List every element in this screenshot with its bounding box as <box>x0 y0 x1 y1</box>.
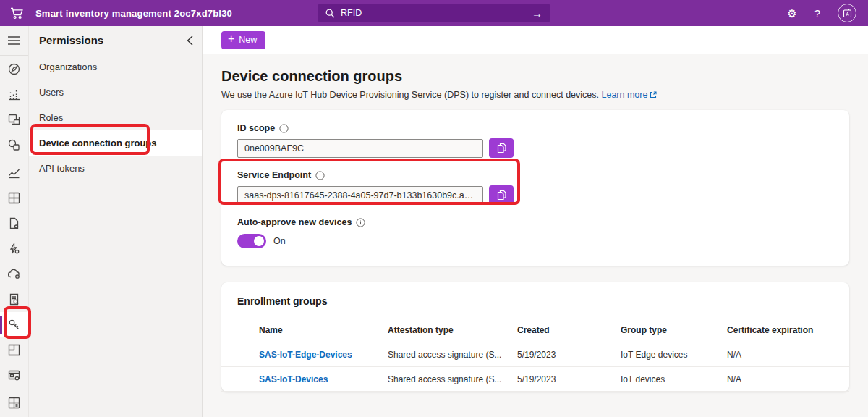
search-input[interactable]: RFID → <box>318 4 550 22</box>
copy-id-scope-button[interactable] <box>489 138 514 158</box>
service-endpoint-label: Service Endpoint <box>237 170 833 180</box>
pane-item-users[interactable]: Users <box>29 80 202 105</box>
sidebar-item-analytics[interactable] <box>0 160 28 185</box>
main-content: + New Device connection groups We use th… <box>203 26 868 417</box>
cloud-export-icon <box>8 269 21 279</box>
service-endpoint-input[interactable] <box>237 186 483 205</box>
pane-title: Permissions <box>39 34 103 46</box>
edit-layout-icon <box>8 344 20 356</box>
pane-item-device-connection-groups[interactable]: Device connection groups <box>29 130 202 156</box>
search-icon <box>326 9 335 18</box>
learn-more-link[interactable]: Learn more <box>602 90 658 100</box>
page-title: Device connection groups <box>221 68 849 85</box>
sidebar-item-overview[interactable] <box>0 56 28 82</box>
copy-icon <box>497 190 506 201</box>
customize-grid-icon <box>8 397 20 409</box>
sidebar-item-data-explorer[interactable] <box>0 82 28 107</box>
pane-item-api-tokens[interactable]: API tokens <box>29 156 202 181</box>
avatar[interactable] <box>838 4 856 22</box>
search-submit-arrow-icon[interactable]: → <box>532 7 542 20</box>
table-row[interactable]: SAS-IoT-Edge-Devices Shared access signa… <box>221 342 849 367</box>
enrollment-groups-table: Name Attestation type Created Group type… <box>221 318 849 392</box>
id-scope-label: ID scope <box>237 123 833 133</box>
external-link-icon <box>650 90 657 101</box>
collapse-pane-button[interactable] <box>187 35 193 46</box>
sidebar-item-device-templates[interactable] <box>0 132 28 158</box>
sidebar-item-jobs[interactable] <box>0 211 28 236</box>
enrollment-groups-title: Enrollment groups <box>221 295 849 307</box>
column-header-cert-expiration[interactable]: Certificate expiration <box>727 325 849 335</box>
bar-chart-icon <box>8 88 20 101</box>
table-row[interactable]: SAS-IoT-Devices Shared access signature … <box>221 367 849 392</box>
column-header-name[interactable]: Name <box>259 325 388 335</box>
pane-item-roles[interactable]: Roles <box>29 105 202 130</box>
compass-icon <box>8 63 20 75</box>
audit-log-icon <box>8 293 20 306</box>
dps-settings-card: ID scope Service Endpoint <box>221 110 849 266</box>
permissions-key-icon <box>8 319 20 331</box>
id-badge-icon <box>843 9 852 18</box>
search-value: RFID <box>341 8 362 18</box>
plus-icon: + <box>228 33 234 45</box>
sidebar-item-permissions[interactable] <box>0 312 28 337</box>
app-title: Smart inventory management 2oc7xd7bl30 <box>35 8 232 19</box>
sidebar-item-edit-layout[interactable] <box>0 337 28 363</box>
menu-toggle-button[interactable] <box>0 26 28 54</box>
enrollment-groups-card: Enrollment groups Name Attestation type … <box>221 282 849 392</box>
sidebar-divider <box>0 159 28 159</box>
sidebar-item-rules[interactable] <box>0 236 28 261</box>
dashboard-grid-icon <box>8 192 20 204</box>
auto-approve-label: Auto-approve new devices <box>237 217 833 227</box>
line-chart-icon <box>8 167 20 179</box>
permissions-pane: Permissions Organizations Users Roles De… <box>29 26 203 417</box>
device-template-icon <box>8 139 20 151</box>
page-description: We use the Azure IoT Hub Device Provisio… <box>221 90 849 101</box>
column-header-created[interactable]: Created <box>517 325 621 335</box>
sidebar-item-devices[interactable] <box>0 107 28 132</box>
column-header-attestation[interactable]: Attestation type <box>388 325 517 335</box>
copy-service-endpoint-button[interactable] <box>489 185 514 205</box>
command-bar: + New <box>203 26 868 54</box>
info-icon[interactable] <box>279 124 289 133</box>
sidebar-divider <box>0 389 28 389</box>
application-window-icon <box>8 370 20 381</box>
copy-icon <box>497 143 506 153</box>
hamburger-icon <box>8 36 20 45</box>
enrollment-group-link[interactable]: SAS-IoT-Devices <box>259 374 328 384</box>
new-button[interactable]: + New <box>221 31 265 49</box>
settings-gear-icon[interactable]: ⚙ <box>787 8 796 19</box>
sidebar-item-audit-logs[interactable] <box>0 287 28 312</box>
auto-approve-toggle[interactable] <box>237 234 266 248</box>
rules-lightning-icon <box>8 243 20 255</box>
shopping-cart-icon <box>10 7 24 20</box>
nav-sidebar <box>0 26 29 417</box>
enrollment-group-link[interactable]: SAS-IoT-Edge-Devices <box>259 350 352 360</box>
sidebar-item-customize[interactable] <box>0 390 28 416</box>
table-header-row: Name Attestation type Created Group type… <box>221 318 849 342</box>
info-icon[interactable] <box>315 171 325 180</box>
devices-icon <box>8 114 20 126</box>
pane-item-organizations[interactable]: Organizations <box>29 54 202 80</box>
toggle-knob <box>254 236 264 246</box>
jobs-page-icon <box>8 217 20 229</box>
help-icon[interactable]: ? <box>814 8 820 19</box>
sidebar-item-application[interactable] <box>0 363 28 388</box>
chevron-left-icon <box>187 35 193 46</box>
sidebar-item-dashboards[interactable] <box>0 185 28 211</box>
column-header-group-type[interactable]: Group type <box>621 325 727 335</box>
toggle-state-label: On <box>273 236 286 246</box>
info-icon[interactable] <box>356 218 365 227</box>
sidebar-item-data-export[interactable] <box>0 261 28 287</box>
sidebar-divider <box>0 55 28 56</box>
id-scope-input[interactable] <box>237 139 483 158</box>
app-top-bar: Smart inventory management 2oc7xd7bl30 R… <box>0 0 868 26</box>
